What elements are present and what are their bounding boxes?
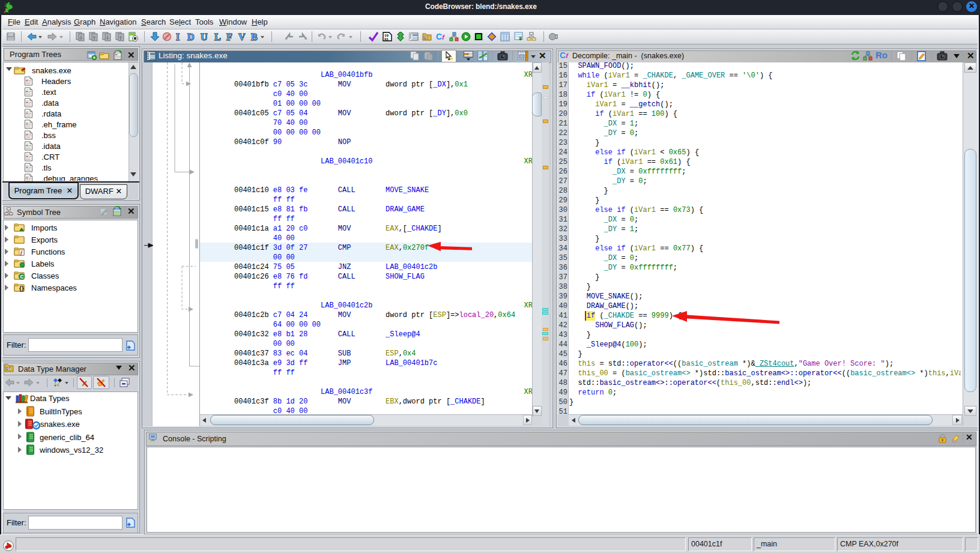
svg-text:DT: DT (7, 367, 11, 370)
svg-text:{}: {} (19, 285, 24, 292)
svg-text:B: B (251, 32, 258, 42)
svg-text:F: F (226, 32, 232, 42)
svg-text:C: C (20, 274, 24, 280)
svg-text:D: D (187, 32, 195, 42)
svg-text:01: 01 (384, 37, 389, 41)
svg-text:L: L (214, 32, 221, 42)
svg-text:U: U (201, 32, 208, 42)
svg-text:V: V (238, 32, 246, 42)
svg-text:I: I (176, 32, 180, 42)
svg-text:DT: DT (425, 37, 428, 40)
